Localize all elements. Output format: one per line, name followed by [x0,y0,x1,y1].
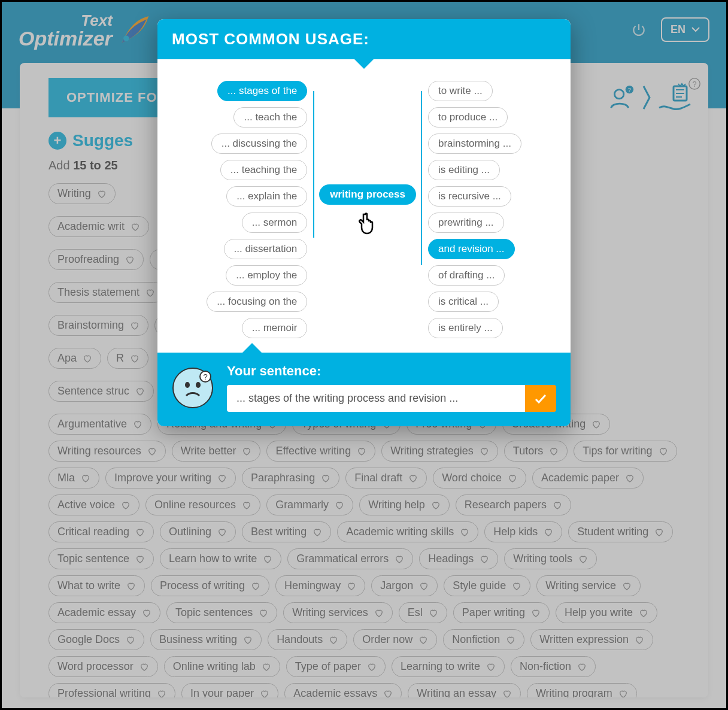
left-phrase-chip[interactable]: ... explain the [226,186,307,207]
center-column: writing process [319,81,416,338]
left-phrase-chip[interactable]: ... focusing on the [207,292,307,312]
left-phrase-chip[interactable]: ... employ the [226,265,307,286]
left-phrase-chip[interactable]: ... teach the [233,107,307,128]
right-phrase-chip[interactable]: of drafting ... [428,265,505,286]
svg-point-9 [196,382,201,388]
left-phrase-chip[interactable]: ... discussing the [211,133,308,154]
right-phrase-chip[interactable]: and revision ... [428,239,515,259]
right-phrases-column: to write ...to produce ...brainstorming … [428,81,521,338]
center-term-chip[interactable]: writing process [319,184,416,205]
left-phrase-chip[interactable]: ... stages of the [217,81,307,101]
modal-title: MOST COMMON USAGE: [157,19,571,59]
svg-text:?: ? [203,372,207,381]
cursor-hand-icon [357,211,378,235]
modal-footer: ? Your sentence: [157,353,571,426]
right-phrase-chip[interactable]: is editing ... [428,160,500,180]
left-phrase-chip[interactable]: ... memoir [242,318,308,338]
modal-overlay[interactable]: MOST COMMON USAGE: ... stages of the... … [2,2,726,708]
right-phrase-chip[interactable]: to produce ... [428,107,508,128]
modal-body: ... stages of the... teach the... discus… [157,59,571,353]
right-phrase-chip[interactable]: brainstorming ... [428,133,521,154]
left-phrase-chip[interactable]: ... sermon [242,213,308,233]
right-phrase-chip[interactable]: is recursive ... [428,186,511,207]
confirm-sentence-button[interactable] [525,385,556,412]
sentence-label: Your sentence: [227,363,556,379]
usage-modal: MOST COMMON USAGE: ... stages of the... … [157,19,571,426]
left-phrase-chip[interactable]: ... teaching the [220,160,308,180]
svg-point-8 [185,382,190,388]
right-phrase-chip[interactable]: to write ... [428,81,493,101]
right-phrase-chip[interactable]: prewriting ... [428,213,504,233]
left-phrases-column: ... stages of the... teach the... discus… [207,81,307,338]
check-icon [534,392,547,405]
right-phrase-chip[interactable]: is entirely ... [428,318,503,338]
right-phrase-chip[interactable]: is critical ... [428,292,499,312]
sentence-input[interactable] [227,385,525,412]
left-phrase-chip[interactable]: ... dissertation [224,239,308,259]
thinking-face-icon: ? [172,367,214,409]
